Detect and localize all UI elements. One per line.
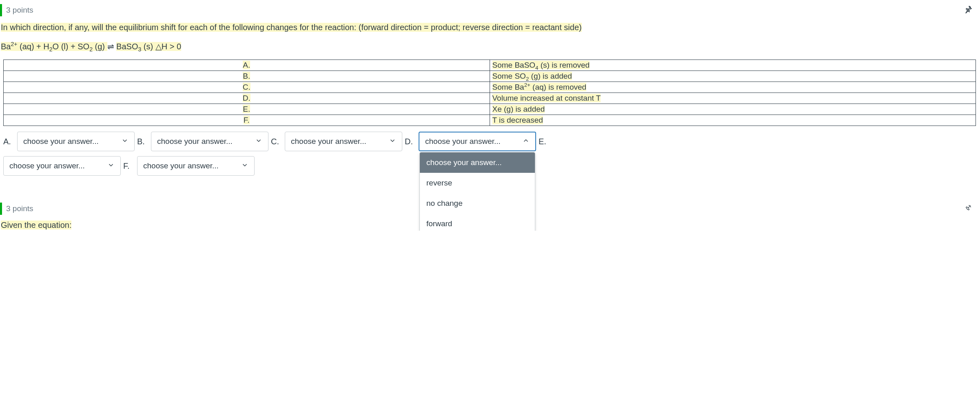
row-description: Volume increased at constant T xyxy=(490,93,976,104)
question-2-prompt-text: Given the equation: xyxy=(1,221,71,229)
answer-item: F.choose your answer... xyxy=(123,156,255,176)
answer-item: E. xyxy=(539,137,549,146)
row-description-text: Xe (g) is added xyxy=(492,105,545,113)
row-label-text: C. xyxy=(243,83,251,91)
chevron-down-icon xyxy=(389,137,396,146)
dropdown-option[interactable]: no change xyxy=(420,193,535,214)
row-description-text: Some Ba2+ (aq) is removed xyxy=(492,83,587,91)
answer-item: D.choose your answer...choose your answe… xyxy=(405,132,536,151)
row-label-text: F. xyxy=(244,116,250,124)
answer-label: A. xyxy=(3,137,14,146)
answer-dropdown[interactable]: choose your answer... xyxy=(151,132,268,151)
answer-dropdown[interactable]: choose your answer...choose your answer.… xyxy=(419,132,536,151)
row-label: F. xyxy=(4,115,490,126)
table-row: A.Some BaSO4 (s) is removed xyxy=(4,60,976,71)
row-description: T is decreased xyxy=(490,115,976,126)
row-label: D. xyxy=(4,93,490,104)
dropdown-selected-text: choose your answer... xyxy=(143,161,219,170)
pin-icon[interactable] xyxy=(964,5,973,16)
table-row: E.Xe (g) is added xyxy=(4,104,976,115)
answer-label: C. xyxy=(271,137,282,146)
answer-item: B.choose your answer... xyxy=(137,132,268,151)
changes-table-body: A.Some BaSO4 (s) is removedB.Some SO2 (g… xyxy=(4,60,976,126)
table-row: D.Volume increased at constant T xyxy=(4,93,976,104)
equation-part-4: △H > 0 xyxy=(155,42,181,51)
table-row: C.Some Ba2+ (aq) is removed xyxy=(4,82,976,93)
answer-label: D. xyxy=(405,137,415,146)
table-row: F.T is decreased xyxy=(4,115,976,126)
reaction-equation: Ba2+ (aq) + H2O (l) + SO2 (g) ⇌ BaSO3 (s… xyxy=(0,34,980,58)
changes-table: A.Some BaSO4 (s) is removedB.Some SO2 (g… xyxy=(3,60,976,126)
equation-arrow: ⇌ xyxy=(107,42,117,51)
row-description: Some Ba2+ (aq) is removed xyxy=(490,82,976,93)
question-1: 3 points In which direction, if any, wil… xyxy=(0,0,980,178)
dropdown-list: choose your answer...reverseno changefor… xyxy=(419,152,535,231)
chevron-down-icon xyxy=(241,161,248,171)
dropdown-selected-text: choose your answer... xyxy=(23,137,99,146)
answer-area: A.choose your answer...B.choose your ans… xyxy=(0,129,980,178)
answer-dropdown[interactable]: choose your answer... xyxy=(285,132,402,151)
row-description-text: Some SO2 (g) is added xyxy=(492,72,572,80)
points-left: 3 points xyxy=(0,4,33,16)
row-description-text: Volume increased at constant T xyxy=(492,94,601,102)
answer-item: A.choose your answer... xyxy=(3,132,135,151)
answer-dropdown[interactable]: choose your answer... xyxy=(17,132,135,151)
question-prompt-text: In which direction, if any, will the equ… xyxy=(1,23,582,32)
dropdown-option[interactable]: choose your answer... xyxy=(420,152,535,173)
row-description-text: Some BaSO4 (s) is removed xyxy=(492,61,590,69)
equation-part-2: SO2 (g) xyxy=(78,42,107,51)
equation-part-1: Ba2+ (aq) + H2O (l) + xyxy=(1,42,78,51)
equation-part-3: BaSO3 (s) xyxy=(116,42,155,51)
question-indicator-bar xyxy=(0,203,2,215)
row-description: Xe (g) is added xyxy=(490,104,976,115)
row-label: C. xyxy=(4,82,490,93)
answer-label: E. xyxy=(539,137,549,146)
answer-dropdown[interactable]: choose your answer... xyxy=(3,156,121,176)
answer-label: F. xyxy=(123,161,134,171)
row-label: B. xyxy=(4,71,490,82)
answer-item: choose your answer... xyxy=(3,156,121,176)
points-left: 3 points xyxy=(0,203,33,215)
dropdown-option[interactable]: forward xyxy=(420,214,535,231)
chevron-down-icon xyxy=(107,161,115,171)
row-description-text: T is decreased xyxy=(492,116,543,124)
table-row: B.Some SO2 (g) is added xyxy=(4,71,976,82)
row-label-text: B. xyxy=(243,72,250,80)
chevron-up-icon xyxy=(522,137,530,146)
dropdown-option[interactable]: reverse xyxy=(420,173,535,193)
dropdown-selected-text: choose your answer... xyxy=(9,161,85,170)
chevron-down-icon xyxy=(121,137,129,146)
row-description: Some SO2 (g) is added xyxy=(490,71,976,82)
answer-item: C.choose your answer... xyxy=(271,132,402,151)
row-label-text: E. xyxy=(243,105,250,113)
row-description: Some BaSO4 (s) is removed xyxy=(490,60,976,71)
points-row: 3 points xyxy=(0,0,980,20)
row-label-text: A. xyxy=(243,61,250,69)
dropdown-selected-text: choose your answer... xyxy=(425,137,501,146)
row-label-text: D. xyxy=(243,94,251,102)
answer-dropdown[interactable]: choose your answer... xyxy=(137,156,255,176)
row-label: E. xyxy=(4,104,490,115)
dropdown-selected-text: choose your answer... xyxy=(291,137,366,146)
question-prompt: In which direction, if any, will the equ… xyxy=(0,20,980,34)
answer-row-1: A.choose your answer...B.choose your ans… xyxy=(3,132,977,151)
points-text: 3 points xyxy=(6,204,33,213)
chevron-down-icon xyxy=(255,137,262,146)
question-indicator-bar xyxy=(0,4,2,16)
answer-label: B. xyxy=(137,137,148,146)
points-text: 3 points xyxy=(6,6,33,15)
pin-icon[interactable] xyxy=(964,203,973,214)
row-label: A. xyxy=(4,60,490,71)
dropdown-selected-text: choose your answer... xyxy=(157,137,233,146)
